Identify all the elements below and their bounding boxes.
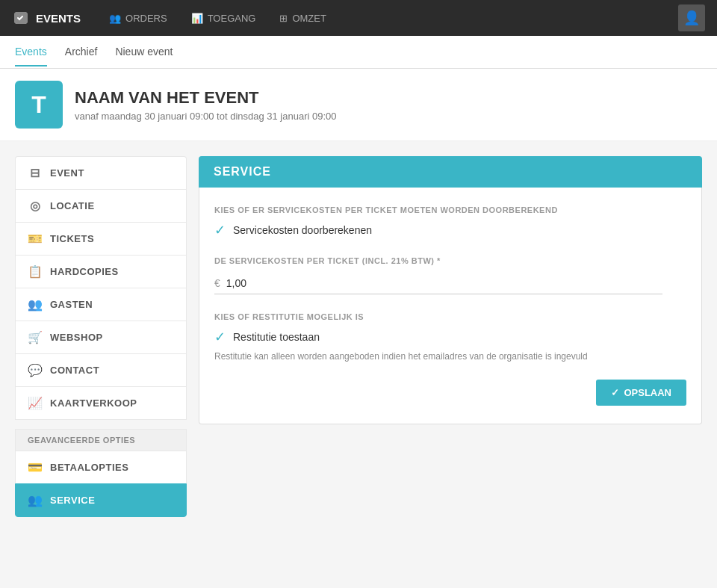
save-row: ✓ OPSLAAN	[214, 380, 686, 406]
sidebar-item-hardcopies[interactable]: 📋 HARDCOPIES	[15, 255, 187, 288]
service-cost-check-icon: ✓	[214, 222, 226, 238]
hardcopies-icon: 📋	[28, 264, 43, 279]
content-area: ⊟ EVENT ◎ LOCATIE 🎫 TICKETS 📋 HARDCOPIES…	[0, 141, 717, 532]
service-cost-field-label: DE SERVICEKOSTEN PER TICKET (INCL. 21% B…	[214, 256, 686, 265]
sidebar: ⊟ EVENT ◎ LOCATIE 🎫 TICKETS 📋 HARDCOPIES…	[15, 156, 187, 517]
sidebar-item-tickets[interactable]: 🎫 TICKETS	[15, 222, 187, 255]
toegang-icon: 📊	[191, 13, 203, 24]
restitutie-group: KIES OF RESTITUTIE MOGELIJK IS ✓ Restitu…	[214, 312, 686, 362]
sidebar-service-label: SERVICE	[50, 495, 95, 506]
event-icon: ⊟	[28, 166, 43, 180]
service-cost-input[interactable]	[226, 277, 662, 289]
avatar-icon: 👤	[683, 10, 700, 26]
page-header: T NAAM VAN HET EVENT vanaf maandag 30 ja…	[0, 69, 717, 141]
brand-icon	[12, 9, 30, 27]
restitutie-check-icon: ✓	[214, 329, 226, 345]
service-cost-label: KIES OF ER SERVICEKOSTEN PER TICKET MOET…	[214, 205, 686, 214]
top-navigation: EVENTS 👥 ORDERS 📊 TOEGANG ⊞ OMZET 👤	[0, 0, 717, 36]
sidebar-kaartverkoop-label: KAARTVERKOOP	[50, 397, 137, 409]
restitutie-label: KIES OF RESTITUTIE MOGELIJK IS	[214, 312, 686, 321]
subnav-nieuw[interactable]: Nieuw event	[115, 38, 173, 66]
save-button[interactable]: ✓ OPSLAAN	[596, 380, 686, 406]
main-content: SERVICE KIES OF ER SERVICEKOSTEN PER TIC…	[199, 156, 702, 517]
section-body: KIES OF ER SERVICEKOSTEN PER TICKET MOET…	[199, 188, 702, 424]
restitutie-checkbox-row[interactable]: ✓ Restitutie toestaan	[214, 329, 686, 345]
brand-label: EVENTS	[36, 12, 81, 25]
restitutie-checkbox-label: Restitutie toestaan	[233, 331, 320, 343]
gasten-icon: 👥	[28, 297, 43, 312]
subnav-archief-label: Archief	[65, 46, 98, 58]
sidebar-contact-label: CONTACT	[50, 365, 99, 376]
omzet-label: OMZET	[292, 13, 326, 24]
service-cost-checkbox-row[interactable]: ✓ Servicekosten doorberekenen	[214, 222, 686, 238]
sidebar-item-kaartverkoop[interactable]: 📈 KAARTVERKOOP	[15, 386, 187, 420]
sidebar-locatie-label: LOCATIE	[50, 200, 95, 211]
orders-icon: 👥	[109, 13, 121, 24]
subnav-events-label: Events	[15, 46, 47, 58]
nav-toegang[interactable]: 📊 TOEGANG	[181, 8, 267, 28]
locatie-icon: ◎	[28, 199, 43, 213]
save-check-icon: ✓	[611, 387, 619, 398]
service-cost-group: KIES OF ER SERVICEKOSTEN PER TICKET MOET…	[214, 205, 686, 238]
user-avatar[interactable]: 👤	[678, 4, 705, 31]
section-header: SERVICE	[199, 156, 702, 188]
tickets-icon: 🎫	[28, 232, 43, 246]
sidebar-item-betaalopties[interactable]: 💳 BETAALOPTIES	[15, 451, 187, 483]
nav-omzet[interactable]: ⊞ OMZET	[269, 8, 337, 28]
sidebar-item-contact[interactable]: 💬 CONTACT	[15, 353, 187, 386]
betaalopties-icon: 💳	[28, 460, 43, 474]
event-logo: T	[15, 81, 63, 129]
nav-orders[interactable]: 👥 ORDERS	[99, 8, 178, 28]
subnav-archief[interactable]: Archief	[65, 38, 98, 66]
service-icon: 👥	[28, 493, 43, 507]
restitutie-help-text: Restitutie kan alleen worden aangeboden …	[214, 351, 686, 362]
kaartverkoop-icon: 📈	[28, 396, 43, 410]
event-info: NAAM VAN HET EVENT vanaf maandag 30 janu…	[75, 88, 337, 122]
service-cost-input-group: €	[214, 273, 662, 294]
event-title: NAAM VAN HET EVENT	[75, 88, 337, 108]
contact-icon: 💬	[28, 363, 43, 377]
sidebar-tickets-label: TICKETS	[50, 233, 94, 244]
toegang-label: TOEGANG	[208, 13, 256, 24]
sidebar-item-locatie[interactable]: ◎ LOCATIE	[15, 189, 187, 222]
sidebar-item-webshop[interactable]: 🛒 WEBSHOP	[15, 321, 187, 353]
sidebar-hardcopies-label: HARDCOPIES	[50, 266, 119, 277]
sidebar-gasten-label: GASTEN	[50, 299, 93, 310]
top-nav-items: 👥 ORDERS 📊 TOEGANG ⊞ OMZET	[99, 8, 678, 28]
sidebar-event-label: EVENT	[50, 167, 84, 179]
webshop-icon: 🛒	[28, 330, 43, 344]
subnav-events[interactable]: Events	[15, 38, 47, 66]
sub-navigation: Events Archief Nieuw event	[0, 36, 717, 69]
sidebar-item-gasten[interactable]: 👥 GASTEN	[15, 288, 187, 321]
sidebar-betaalopties-label: BETAALOPTIES	[50, 462, 128, 473]
service-cost-value-group: DE SERVICEKOSTEN PER TICKET (INCL. 21% B…	[214, 256, 686, 294]
brand[interactable]: EVENTS	[12, 9, 81, 27]
event-logo-letter: T	[31, 91, 46, 119]
save-label: OPSLAAN	[624, 387, 671, 398]
subnav-nieuw-label: Nieuw event	[115, 46, 173, 58]
orders-label: ORDERS	[125, 13, 167, 24]
sidebar-item-service[interactable]: 👥 SERVICE	[15, 483, 187, 517]
advanced-section-label: GEAVANCEERDE OPTIES	[15, 429, 187, 451]
sidebar-webshop-label: WEBSHOP	[50, 332, 103, 343]
sidebar-item-event[interactable]: ⊟ EVENT	[15, 156, 187, 189]
euro-prefix: €	[214, 277, 226, 289]
omzet-icon: ⊞	[279, 13, 288, 24]
service-cost-checkbox-label: Servicekosten doorberekenen	[233, 224, 372, 236]
event-date: vanaf maandag 30 januari 09:00 tot dinsd…	[75, 111, 337, 122]
